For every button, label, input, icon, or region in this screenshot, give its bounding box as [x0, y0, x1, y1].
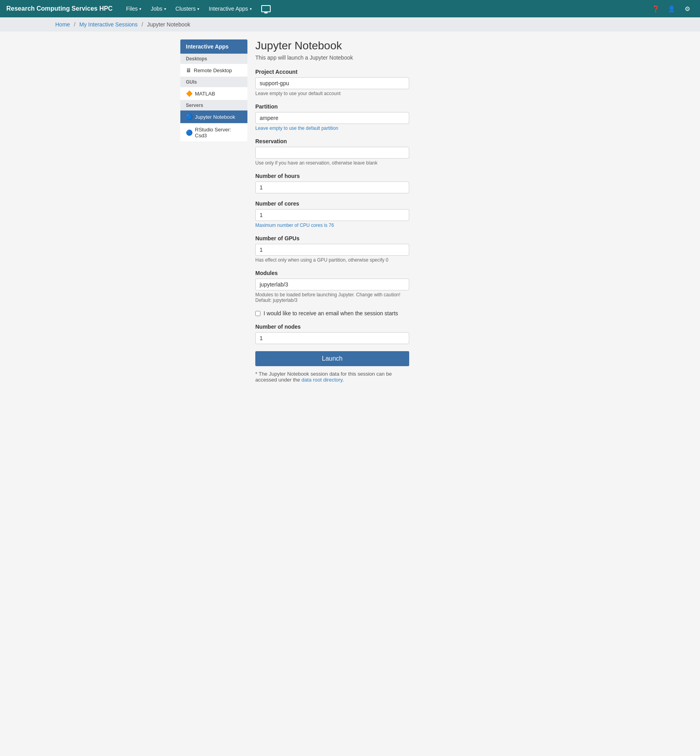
- input-num-gpus[interactable]: [255, 244, 409, 256]
- jupyter-icon: 🔵: [186, 114, 193, 120]
- label-num-cores: Number of cores: [255, 200, 520, 207]
- navbar-right: ❓ 👤 ⚙: [649, 2, 694, 15]
- sidebar-header: Interactive Apps: [180, 39, 247, 54]
- hint-project-account: Leave empty to use your default account: [255, 91, 520, 96]
- nav-files[interactable]: Files ▾: [122, 3, 145, 14]
- field-project-account: Project Account Leave empty to use your …: [255, 69, 520, 96]
- settings-icon[interactable]: ⚙: [681, 2, 694, 15]
- hint-modules: Modules to be loaded before launching Ju…: [255, 292, 520, 303]
- checkbox-email-notify: I would like to receive an email when th…: [255, 310, 520, 316]
- content-area: Jupyter Notebook This app will launch a …: [255, 39, 520, 383]
- field-modules: Modules Modules to be loaded before laun…: [255, 270, 520, 303]
- label-reservation: Reservation: [255, 138, 520, 144]
- sidebar-section-guis: GUIs: [180, 77, 247, 87]
- field-num-hours: Number of hours: [255, 173, 520, 193]
- nav-menu: Files ▾ Jobs ▾ Clusters ▾ Interactive Ap…: [122, 3, 649, 15]
- files-caret-icon: ▾: [139, 7, 141, 11]
- field-num-gpus: Number of GPUs Has effect only when usin…: [255, 235, 520, 263]
- hint-num-gpus: Has effect only when using a GPU partiti…: [255, 257, 520, 263]
- input-partition[interactable]: [255, 112, 409, 124]
- breadcrumb-home[interactable]: Home: [55, 21, 70, 28]
- data-root-link[interactable]: data root directory: [301, 377, 343, 383]
- nav-monitor[interactable]: [257, 3, 275, 15]
- user-icon[interactable]: 👤: [665, 2, 678, 15]
- main-container: Interactive Apps Desktops 🖥 Remote Deskt…: [172, 32, 528, 391]
- breadcrumb-sessions[interactable]: My Interactive Sessions: [79, 21, 138, 28]
- field-partition: Partition Leave empty to use the default…: [255, 103, 520, 131]
- app-brand: Research Computing Services HPC: [6, 5, 112, 12]
- input-num-nodes[interactable]: [255, 332, 409, 344]
- breadcrumb: Home / My Interactive Sessions / Jupyter…: [0, 17, 700, 32]
- sidebar: Interactive Apps Desktops 🖥 Remote Deskt…: [180, 39, 247, 383]
- launch-button[interactable]: Launch: [255, 351, 409, 366]
- page-title: Jupyter Notebook: [255, 39, 520, 52]
- field-num-nodes: Number of nodes: [255, 324, 520, 344]
- hint-reservation: Use only if you have an reservation, oth…: [255, 160, 520, 166]
- remote-desktop-icon: 🖥: [186, 67, 191, 73]
- input-num-cores[interactable]: [255, 209, 409, 221]
- label-partition: Partition: [255, 103, 520, 110]
- sidebar-item-remote-desktop[interactable]: 🖥 Remote Desktop: [180, 64, 247, 77]
- breadcrumb-current: Jupyter Notebook: [147, 21, 191, 28]
- monitor-icon: [261, 5, 271, 12]
- nav-jobs[interactable]: Jobs ▾: [147, 3, 170, 14]
- sidebar-item-rstudio[interactable]: 🔵 RStudio Server: Csd3: [180, 124, 247, 142]
- sidebar-section-servers: Servers: [180, 100, 247, 110]
- label-num-nodes: Number of nodes: [255, 324, 520, 330]
- label-modules: Modules: [255, 270, 520, 276]
- nav-clusters[interactable]: Clusters ▾: [172, 3, 203, 14]
- label-num-gpus: Number of GPUs: [255, 235, 520, 241]
- breadcrumb-sep2: /: [142, 21, 143, 28]
- navbar: Research Computing Services HPC Files ▾ …: [0, 0, 700, 17]
- sidebar-item-matlab[interactable]: 🔶 MATLAB: [180, 87, 247, 100]
- hint-num-cores: Maximum number of CPU cores is 76: [255, 223, 520, 228]
- hint-partition: Leave empty to use the default partition: [255, 125, 520, 131]
- input-modules[interactable]: [255, 279, 409, 290]
- clusters-caret-icon: ▾: [197, 7, 199, 11]
- checkbox-email-input[interactable]: [255, 311, 260, 316]
- label-project-account: Project Account: [255, 69, 520, 75]
- sidebar-section-desktops: Desktops: [180, 54, 247, 64]
- label-num-hours: Number of hours: [255, 173, 520, 179]
- breadcrumb-sep1: /: [74, 21, 75, 28]
- field-num-cores: Number of cores Maximum number of CPU co…: [255, 200, 520, 228]
- footer-note: * The Jupyter Notebook session data for …: [255, 371, 409, 383]
- field-reservation: Reservation Use only if you have an rese…: [255, 138, 520, 166]
- page-subtitle: This app will launch a Jupyter Notebook: [255, 54, 520, 61]
- checkbox-email-label[interactable]: I would like to receive an email when th…: [264, 310, 398, 316]
- input-project-account[interactable]: [255, 77, 409, 89]
- jobs-caret-icon: ▾: [164, 7, 166, 11]
- rstudio-icon: 🔵: [186, 129, 193, 136]
- nav-interactive-apps[interactable]: Interactive Apps ▾: [205, 3, 256, 14]
- input-reservation[interactable]: [255, 147, 409, 159]
- help-icon[interactable]: ❓: [649, 2, 662, 15]
- matlab-icon: 🔶: [186, 90, 193, 97]
- input-num-hours[interactable]: [255, 182, 409, 193]
- sidebar-item-jupyter[interactable]: 🔵 Jupyter Notebook: [180, 110, 247, 124]
- interactive-apps-caret-icon: ▾: [250, 7, 252, 11]
